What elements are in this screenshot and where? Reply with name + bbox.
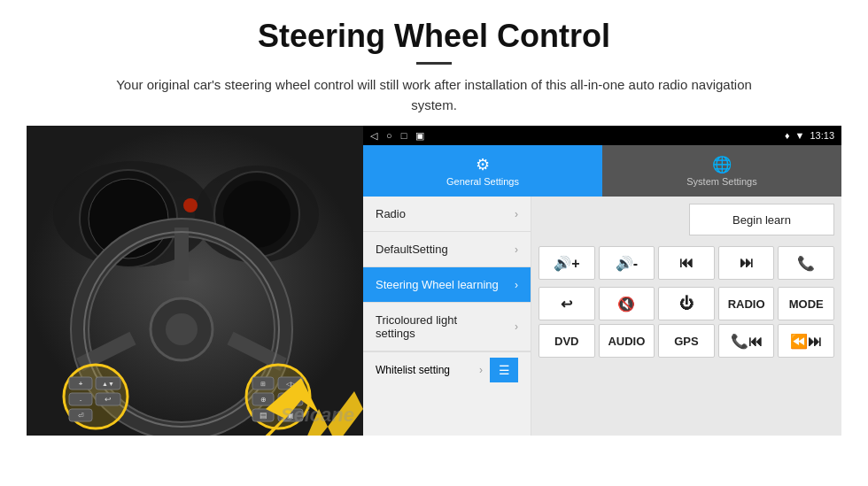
svg-text:+: + <box>79 380 83 388</box>
svg-text:⊞: ⊞ <box>260 381 266 387</box>
tab-system-settings[interactable]: 🌐 System Settings <box>602 145 841 197</box>
prev-track-icon: ⏮ <box>679 255 694 271</box>
system-settings-icon: 🌐 <box>712 155 732 174</box>
mute-icon: 🔇 <box>617 296 635 312</box>
seek-button[interactable]: ⏪⏭ <box>778 324 834 358</box>
chevron-icon: › <box>515 279 518 291</box>
tab-bar: ⚙ General Settings 🌐 System Settings <box>363 145 841 197</box>
next-track-icon: ⏭ <box>740 255 754 271</box>
android-panel: ◁ ○ □ ▣ ♦ ▼ 13:13 ⚙ General Settings <box>363 126 841 436</box>
vol-down-button[interactable]: 🔊- <box>599 246 655 280</box>
car-image-section: + - ▲▼ ↩ ⏎ ⊞ ◁▷ ⊕ ✦ ▤ <box>27 126 363 436</box>
header-section: Steering Wheel Control Your original car… <box>27 18 841 115</box>
bottom-button-row: DVD AUDIO GPS 📞⏮ ⏪⏭ <box>531 324 841 361</box>
nav-menu-icon[interactable]: ▣ <box>415 130 424 142</box>
svg-text:⊕: ⊕ <box>260 396 267 404</box>
subtitle-text: Your original car's steering wheel contr… <box>97 75 771 115</box>
whitelist-icon-box: ☰ <box>490 358 518 382</box>
gps-button[interactable]: GPS <box>658 324 715 358</box>
status-bar-left: ◁ ○ □ ▣ <box>370 130 424 142</box>
svg-point-6 <box>183 198 198 212</box>
menu-tricoloured-label: Tricoloured lightsettings <box>376 313 457 340</box>
nav-home-icon[interactable]: ○ <box>386 130 392 141</box>
mode-button[interactable]: MODE <box>778 287 834 320</box>
vol-up-icon: 🔊+ <box>554 255 579 272</box>
status-bar-right: ♦ ▼ 13:13 <box>785 130 834 141</box>
svg-text:-: - <box>80 396 82 404</box>
general-settings-icon: ⚙ <box>476 155 490 174</box>
chevron-icon: › <box>515 320 518 333</box>
whitelist-icon: ☰ <box>499 363 510 377</box>
whitelist-label: Whitelist setting <box>376 364 472 376</box>
chevron-icon: › <box>515 208 518 220</box>
menu-steering-label: Steering Wheel learning <box>376 278 499 291</box>
phone-prev-icon: 📞⏮ <box>731 333 763 350</box>
nav-back-icon[interactable]: ◁ <box>370 130 377 142</box>
status-bar: ◁ ○ □ ▣ ♦ ▼ 13:13 <box>363 126 841 145</box>
begin-learn-button[interactable]: Begin learn <box>689 204 834 235</box>
spacer <box>539 204 682 235</box>
svg-text:▲▼: ▲▼ <box>102 381 114 387</box>
menu-item-steering-wheel[interactable]: Steering Wheel learning › <box>363 267 531 303</box>
right-panel: Begin learn 🔊+ 🔊- ⏮ <box>531 197 841 436</box>
mode-label: MODE <box>789 297 824 311</box>
phone-prev-button[interactable]: 📞⏮ <box>718 324 775 358</box>
begin-learn-row: Begin learn <box>531 197 841 243</box>
menu-item-whitelist[interactable]: Whitelist setting › ☰ <box>363 351 531 387</box>
content-area: + - ▲▼ ↩ ⏎ ⊞ ◁▷ ⊕ ✦ ▤ <box>27 126 841 436</box>
svg-text:▤: ▤ <box>260 411 267 420</box>
phone-icon: 📞 <box>797 255 815 272</box>
next-track-button[interactable]: ⏭ <box>718 246 775 280</box>
audio-button[interactable]: AUDIO <box>599 324 655 358</box>
svg-point-13 <box>166 313 198 345</box>
chevron-icon: › <box>515 243 518 256</box>
gps-label: GPS <box>674 335 698 348</box>
title-divider <box>416 62 452 65</box>
status-time: 13:13 <box>810 130 834 141</box>
power-button[interactable]: ⏻ <box>658 287 715 320</box>
menu-item-tricoloured[interactable]: Tricoloured lightsettings › <box>363 303 531 351</box>
control-grid-row1: 🔊+ 🔊- ⏮ ⏭ 📞 <box>531 243 841 283</box>
tab-general-settings[interactable]: ⚙ General Settings <box>363 145 602 197</box>
dvd-button[interactable]: DVD <box>539 324 595 358</box>
radio-button[interactable]: RADIO <box>718 287 775 320</box>
vol-down-icon: 🔊- <box>616 255 638 272</box>
control-grid-row2: ↩ 🔇 ⏻ RADIO MODE <box>531 283 841 324</box>
page-wrapper: Steering Wheel Control Your original car… <box>0 0 868 444</box>
page-title: Steering Wheel Control <box>27 18 841 55</box>
menu-item-default-setting[interactable]: DefaultSetting › <box>363 232 531 267</box>
steering-wheel-svg: + - ▲▼ ↩ ⏎ ⊞ ◁▷ ⊕ ✦ ▤ <box>27 126 363 436</box>
tab-system-label: System Settings <box>686 176 756 187</box>
menu-items: Radio › DefaultSetting › Steering Wheel … <box>363 197 531 436</box>
vol-up-button[interactable]: 🔊+ <box>539 246 595 280</box>
prev-track-button[interactable]: ⏮ <box>658 246 715 280</box>
dvd-label: DVD <box>554 335 578 348</box>
svg-text:↩: ↩ <box>105 395 112 404</box>
watermark: Seicane <box>281 404 354 427</box>
chevron-icon: › <box>479 364 483 376</box>
signal-icon: ▼ <box>795 130 805 141</box>
menu-radio-label: Radio <box>376 207 406 220</box>
back-icon: ↩ <box>561 296 572 312</box>
seek-icon: ⏪⏭ <box>790 333 822 350</box>
svg-text:⏎: ⏎ <box>78 412 84 420</box>
menu-default-label: DefaultSetting <box>376 243 448 256</box>
audio-label: AUDIO <box>608 335 645 348</box>
tab-general-label: General Settings <box>446 176 519 187</box>
power-icon: ⏻ <box>679 296 694 312</box>
menu-list: Radio › DefaultSetting › Steering Wheel … <box>363 197 841 436</box>
phone-button[interactable]: 📞 <box>778 246 834 280</box>
location-icon: ♦ <box>785 130 790 141</box>
menu-item-radio[interactable]: Radio › <box>363 197 531 232</box>
radio-label: RADIO <box>728 297 765 311</box>
back-button[interactable]: ↩ <box>539 287 595 320</box>
nav-recent-icon[interactable]: □ <box>401 130 407 141</box>
mute-button[interactable]: 🔇 <box>599 287 655 320</box>
